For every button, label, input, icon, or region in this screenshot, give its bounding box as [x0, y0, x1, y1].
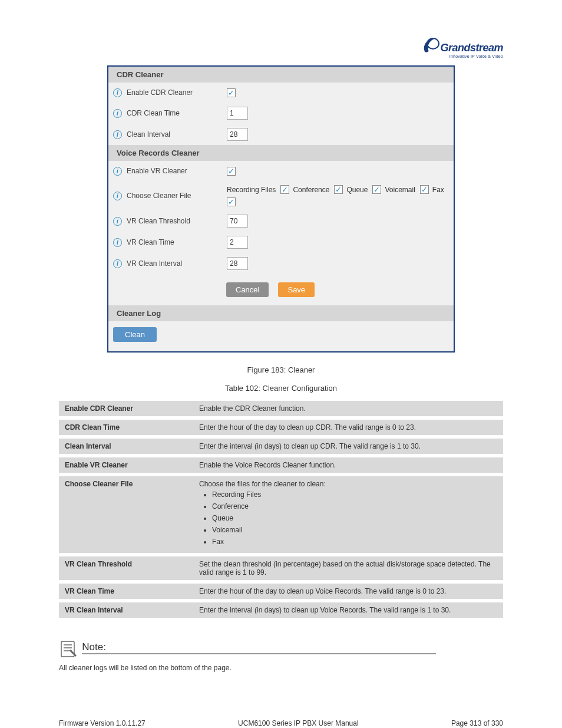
checkbox-voicemail[interactable]: ✓: [420, 185, 429, 194]
page-footer: Firmware Version 1.0.11.27 UCM6100 Serie…: [59, 719, 503, 727]
vr-cleaner-header: Voice Records Cleaner: [108, 145, 454, 161]
label-vr-clean-time: VR Clean Time: [127, 238, 227, 246]
info-icon[interactable]: i: [113, 88, 122, 97]
cancel-button[interactable]: Cancel: [226, 282, 269, 297]
input-vr-clean-time[interactable]: [227, 236, 248, 249]
note-title: Note:: [82, 641, 436, 654]
svg-rect-1: [61, 641, 74, 657]
info-icon[interactable]: i: [113, 130, 122, 139]
footer-right: Page 313 of 330: [451, 719, 503, 727]
list-item: Queue: [212, 514, 497, 522]
spec-val: Enable the Voice Records Cleaner functio…: [193, 457, 503, 473]
note-body: All cleaner logs will be listed on the b…: [59, 664, 503, 672]
table-row: VR Clean IntervalEnter the interval (in …: [59, 602, 503, 618]
spec-key: VR Clean Time: [59, 584, 193, 599]
spec-val: Enter the interval (in days) to clean up…: [193, 439, 503, 454]
filetype-fax: Fax: [432, 186, 444, 194]
footer-center: UCM6100 Series IP PBX User Manual: [238, 719, 359, 727]
input-cdr-clean-interval[interactable]: [227, 128, 248, 141]
input-cdr-clean-time[interactable]: [227, 107, 248, 120]
filetype-voicemail: Voicemail: [385, 186, 415, 194]
clean-button-row: Clean: [108, 321, 454, 351]
filetype-queue: Queue: [346, 186, 368, 194]
footer-left: Firmware Version 1.0.11.27: [59, 719, 146, 727]
info-icon[interactable]: i: [113, 167, 122, 176]
clean-button[interactable]: Clean: [113, 327, 157, 342]
button-row: Cancel Save: [108, 274, 454, 305]
label-enable-vr-cleaner: Enable VR Cleaner: [127, 167, 227, 175]
list-item: Voicemail: [212, 526, 497, 534]
spec-val: Enter the interval (in days) to clean up…: [193, 602, 503, 618]
row-enable-vr-cleaner: i Enable VR Cleaner ✓: [108, 161, 454, 181]
label-choose-cleaner-file: Choose Cleaner File: [127, 192, 227, 200]
spec-key: VR Clean Interval: [59, 602, 193, 618]
spec-key: VR Clean Threshold: [59, 556, 193, 580]
list-item: Fax: [212, 538, 497, 546]
table-row: VR Clean TimeEnter the hour of the day t…: [59, 584, 503, 599]
note-block: Note: All cleaner logs will be listed on…: [59, 638, 503, 672]
note-header: Note:: [59, 638, 503, 659]
spec-val: Enable the CDR Cleaner function.: [193, 401, 503, 416]
spec-key: Choose Cleaner File: [59, 476, 193, 553]
label-vr-clean-threshold: VR Clean Threshold: [127, 217, 227, 225]
brand-name: Grandstream: [440, 42, 503, 54]
list-item: Recording Files: [212, 490, 497, 499]
spec-val: Set the clean threshold (in percentage) …: [193, 556, 503, 580]
table-row: Clean IntervalEnter the interval (in day…: [59, 439, 503, 454]
label-enable-cdr-cleaner: Enable CDR Cleaner: [127, 88, 227, 97]
spec-intro: Choose the files for the cleaner to clea…: [199, 480, 326, 488]
brand-tagline: Innovative IP Voice & Video: [422, 54, 503, 58]
info-icon[interactable]: i: [113, 192, 122, 200]
info-icon[interactable]: i: [113, 217, 122, 226]
row-choose-cleaner-file: i Choose Cleaner File Recording Files ✓ …: [108, 181, 454, 210]
table-row: Enable VR CleanerEnable the Voice Record…: [59, 457, 503, 473]
figure-caption: Figure 183: Cleaner: [0, 365, 562, 374]
row-cdr-clean-time: i CDR Clean Time: [108, 103, 454, 124]
spec-key: Enable CDR Cleaner: [59, 401, 193, 416]
label-cdr-clean-time: CDR Clean Time: [127, 109, 227, 117]
spec-val: Choose the files for the cleaner to clea…: [193, 476, 503, 553]
brand-logo: Grandstream Innovative IP Voice & Video: [422, 35, 503, 58]
grandstream-mark-icon: [422, 35, 440, 54]
info-icon[interactable]: i: [113, 259, 122, 268]
filetype-conference: Conference: [293, 186, 329, 194]
spec-val: Enter the hour of the day to clean up Vo…: [193, 584, 503, 599]
list-item: Conference: [212, 502, 497, 510]
input-vr-clean-threshold[interactable]: [227, 215, 248, 228]
checkbox-enable-vr-cleaner[interactable]: ✓: [227, 167, 236, 176]
row-vr-clean-time: i VR Clean Time: [108, 232, 454, 253]
row-vr-clean-interval: i VR Clean Interval: [108, 253, 454, 274]
brand-logo-area: Grandstream Innovative IP Voice & Video: [0, 35, 562, 60]
row-cdr-clean-interval: i Clean Interval: [108, 124, 454, 145]
checkbox-fax[interactable]: ✓: [227, 197, 236, 206]
spec-key: Enable VR Cleaner: [59, 457, 193, 473]
checkbox-recording-files[interactable]: ✓: [280, 185, 289, 194]
table-row: VR Clean ThresholdSet the clean threshol…: [59, 556, 503, 580]
cleaner-log-header: Cleaner Log: [108, 305, 454, 321]
spec-key: Clean Interval: [59, 439, 193, 454]
label-vr-clean-interval: VR Clean Interval: [127, 259, 227, 268]
table-row: Choose Cleaner File Choose the files for…: [59, 476, 503, 553]
checkbox-conference[interactable]: ✓: [334, 185, 343, 194]
input-vr-clean-interval[interactable]: [227, 257, 248, 270]
spec-val: Enter the hour of the day to clean up CD…: [193, 420, 503, 435]
note-icon: [59, 638, 80, 659]
table-caption: Table 102: Cleaner Configuration: [0, 384, 562, 393]
table-row: CDR Clean TimeEnter the hour of the day …: [59, 420, 503, 435]
table-row: Enable CDR CleanerEnable the CDR Cleaner…: [59, 401, 503, 416]
spec-key: CDR Clean Time: [59, 420, 193, 435]
row-enable-cdr-cleaner: i Enable CDR Cleaner ✓: [108, 83, 454, 103]
cdr-cleaner-header: CDR Cleaner: [108, 67, 454, 83]
checkbox-queue[interactable]: ✓: [372, 185, 381, 194]
info-icon[interactable]: i: [113, 109, 122, 118]
label-cdr-clean-interval: Clean Interval: [127, 130, 227, 139]
filetype-recording-files: Recording Files: [227, 186, 276, 194]
spec-table: Enable CDR CleanerEnable the CDR Cleaner…: [59, 397, 503, 621]
checkbox-enable-cdr-cleaner[interactable]: ✓: [227, 88, 236, 97]
cleaner-panel: CDR Cleaner i Enable CDR Cleaner ✓ i CDR…: [107, 65, 455, 353]
info-icon[interactable]: i: [113, 238, 122, 247]
row-vr-clean-threshold: i VR Clean Threshold: [108, 210, 454, 232]
save-button[interactable]: Save: [278, 282, 315, 297]
